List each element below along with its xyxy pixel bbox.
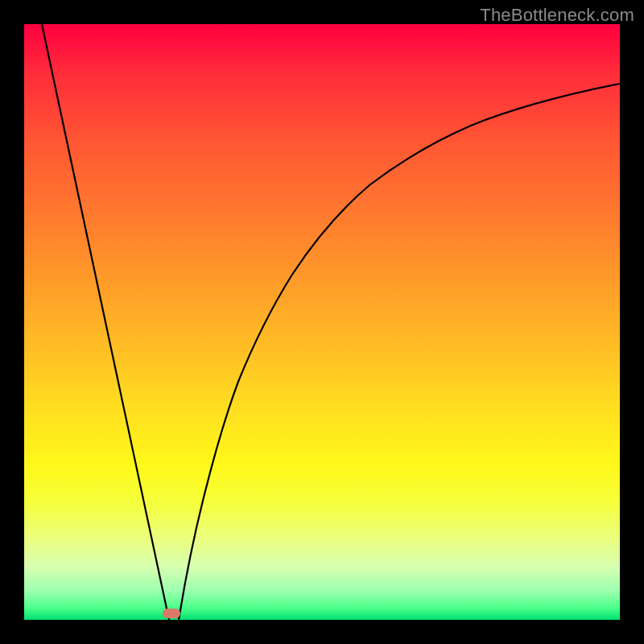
plot-area xyxy=(24,24,620,620)
chart-frame: TheBottleneck.com xyxy=(0,0,644,644)
optimal-marker xyxy=(163,609,180,618)
curve-left xyxy=(42,24,169,620)
curve-right xyxy=(179,84,620,620)
watermark-text: TheBottleneck.com xyxy=(480,5,634,26)
bottleneck-curve xyxy=(24,24,620,620)
